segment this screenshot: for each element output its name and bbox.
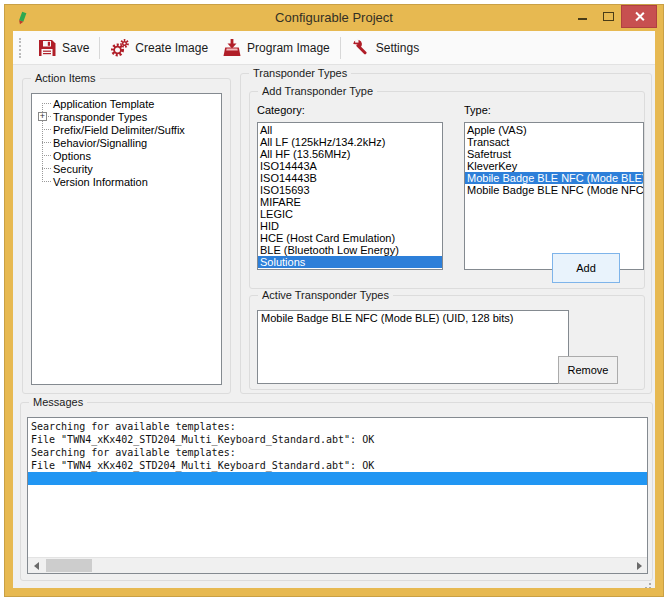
messages-lines: Searching for available templates:File "… (28, 418, 647, 558)
create-image-button[interactable]: Create Image (103, 34, 215, 62)
type-item[interactable]: Safetrust (465, 148, 643, 160)
save-button[interactable]: Save (30, 34, 96, 62)
settings-label: Settings (376, 41, 419, 55)
program-image-button[interactable]: Program Image (215, 34, 337, 62)
category-item[interactable]: All (258, 124, 442, 136)
wrench-icon (351, 38, 371, 58)
minimize-icon (578, 18, 587, 20)
toolbar-separator (99, 37, 100, 59)
tree-connector (38, 162, 53, 175)
add-button[interactable]: Add (552, 253, 620, 283)
tree-item-label: Behavior/Signalling (53, 137, 147, 149)
resize-grip[interactable] (649, 583, 651, 585)
category-item[interactable]: All HF (13.56MHz) (258, 148, 442, 160)
type-item[interactable]: Apple (VAS) (465, 124, 643, 136)
type-item[interactable]: Mobile Badge BLE NFC (Mode BLE) (465, 172, 643, 184)
category-item[interactable]: ISO14443B (258, 172, 442, 184)
save-label: Save (62, 41, 89, 55)
window-body: Save Create Image Prog (13, 31, 655, 588)
close-icon (635, 12, 644, 21)
message-line[interactable]: File "TWN4_xKx402_STD204_Multi_Keyboard_… (28, 433, 647, 446)
message-line[interactable] (28, 472, 647, 485)
scroll-right-arrow-icon (637, 562, 642, 570)
minimize-button[interactable] (569, 5, 595, 27)
tree-connector (38, 123, 53, 136)
message-line[interactable]: File "TWN4_xKx402_STD204_Multi_Keyboard_… (28, 459, 647, 472)
active-transponder-item[interactable]: Mobile Badge BLE NFC (Mode BLE) (UID, 12… (258, 312, 568, 325)
toolbar-grip[interactable] (19, 38, 24, 58)
category-item[interactable]: All LF (125kHz/134.2kHz) (258, 136, 442, 148)
box-download-icon (222, 38, 242, 58)
tree-dash (42, 168, 51, 169)
tree-dash (42, 181, 51, 182)
type-item[interactable]: Transact (465, 136, 643, 148)
action-items-tree[interactable]: Application Template + Transponder Types… (31, 93, 222, 385)
expand-plus-icon[interactable]: + (38, 112, 47, 121)
messages-group-label: Messages (29, 396, 87, 408)
category-item[interactable]: ISO15693 (258, 184, 442, 196)
category-item[interactable]: HCE (Host Card Emulation) (258, 232, 442, 244)
tree-item-label: Application Template (53, 98, 154, 110)
category-item[interactable]: ISO14443A (258, 160, 442, 172)
active-transponder-types-group: Active Transponder Types Mobile Badge BL… (249, 295, 645, 390)
remove-button[interactable]: Remove (558, 356, 618, 384)
tree-item-label: Version Information (53, 176, 148, 188)
tree-item[interactable]: Behavior/Signalling (38, 136, 219, 149)
tree-connector (38, 175, 53, 188)
tree-item-label: Transponder Types (53, 111, 147, 123)
tree-item[interactable]: Version Information (38, 175, 219, 188)
tree-item[interactable]: Options (38, 149, 219, 162)
category-item[interactable]: BLE (Bluetooth Low Energy) (258, 244, 442, 256)
category-item[interactable]: HID (258, 220, 442, 232)
category-item[interactable]: Solutions (258, 256, 442, 268)
messages-group: Messages Searching for available templat… (20, 402, 653, 581)
maximize-button[interactable] (595, 5, 621, 27)
tree-connector (38, 136, 53, 149)
type-label: Type: (464, 104, 491, 116)
scroll-left-button[interactable] (28, 558, 44, 573)
tree-item[interactable]: + Transponder Types (38, 110, 219, 123)
settings-button[interactable]: Settings (344, 34, 426, 62)
type-item[interactable]: KleverKey (465, 160, 643, 172)
tree-item[interactable]: Security (38, 162, 219, 175)
tree-connector (38, 97, 53, 110)
tree-connector: + (38, 110, 53, 123)
messages-listbox[interactable]: Searching for available templates:File "… (27, 417, 648, 574)
add-transponder-type-group: Add Transponder Type Category: AllAll LF… (249, 91, 645, 289)
category-item[interactable]: MIFARE (258, 196, 442, 208)
transponder-types-group: Transponder Types Add Transponder Type C… (240, 73, 652, 394)
floppy-save-icon (37, 38, 57, 58)
transponder-types-group-label: Transponder Types (249, 67, 351, 79)
category-listbox[interactable]: AllAll LF (125kHz/134.2kHz)All HF (13.56… (257, 122, 443, 270)
window-title: Configurable Project (5, 10, 663, 25)
scroll-right-button[interactable] (631, 558, 647, 573)
active-transponder-types-label: Active Transponder Types (258, 289, 393, 301)
app-window: Configurable Project Save (4, 4, 664, 597)
tree-dash (42, 155, 51, 156)
scroll-left-arrow-icon (34, 562, 39, 570)
add-transponder-type-label: Add Transponder Type (258, 85, 377, 97)
title-bar[interactable]: Configurable Project (5, 5, 663, 31)
close-button[interactable] (621, 5, 657, 28)
action-items-group: Action Items Application Template + (22, 78, 231, 394)
category-label: Category: (257, 104, 305, 116)
tree-dash (42, 142, 51, 143)
horizontal-scrollbar[interactable] (28, 557, 647, 573)
tree-item-label: Options (53, 150, 91, 162)
message-line[interactable]: Searching for available templates: (28, 420, 647, 433)
type-listbox[interactable]: Apple (VAS)TransactSafetrustKleverKeyMob… (464, 122, 644, 270)
category-item[interactable]: LEGIC (258, 208, 442, 220)
tree-item[interactable]: Application Template (38, 97, 219, 110)
tree-item[interactable]: Prefix/Field Delimiter/Suffix (38, 123, 219, 136)
active-transponder-listbox[interactable]: Mobile Badge BLE NFC (Mode BLE) (UID, 12… (257, 310, 569, 384)
message-line[interactable]: Searching for available templates: (28, 446, 647, 459)
gears-icon (110, 38, 130, 58)
tree-dash (42, 129, 51, 130)
scrollbar-thumb[interactable] (46, 559, 92, 572)
create-image-label: Create Image (135, 41, 208, 55)
toolbar-separator (340, 37, 341, 59)
maximize-icon (603, 12, 614, 21)
type-item[interactable]: Mobile Badge BLE NFC (Mode NFC) (465, 184, 643, 196)
tree-connector (38, 149, 53, 162)
main-content: Action Items Application Template + (13, 65, 655, 587)
